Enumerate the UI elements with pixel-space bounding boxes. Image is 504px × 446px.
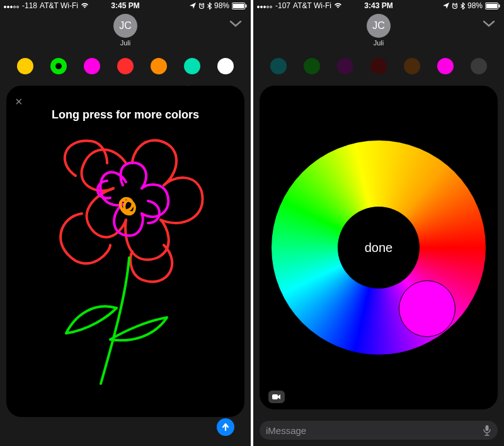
color-swatch-teal[interactable]	[184, 58, 200, 74]
svg-rect-9	[486, 425, 489, 431]
send-button[interactable]	[217, 418, 234, 436]
color-swatch-white[interactable]	[217, 58, 234, 74]
avatar-initials: JC	[119, 20, 132, 31]
contact-name: Juli	[0, 39, 251, 47]
status-time: 3:45 PM	[0, 1, 251, 10]
contact-name: Juli	[253, 39, 504, 47]
color-swatch-magenta[interactable]	[437, 58, 454, 74]
left-screen: -118 AT&T Wi-Fi 3:45 PM 98% JC	[0, 0, 251, 446]
color-swatch-teal-dim[interactable]	[270, 58, 287, 74]
color-swatch-orange-dim[interactable]	[404, 58, 420, 74]
color-swatch-orange[interactable]	[151, 58, 167, 74]
color-palette	[253, 53, 504, 83]
color-swatch-red[interactable]	[117, 58, 134, 74]
color-swatch-magenta-dim[interactable]	[337, 58, 353, 74]
color-wheel[interactable]: done	[272, 140, 486, 355]
status-time: 3:43 PM	[253, 1, 504, 10]
color-swatch-green[interactable]	[50, 58, 67, 74]
color-palette	[0, 53, 251, 83]
avatar-initials: JC	[372, 20, 385, 31]
arrow-up-icon	[221, 423, 230, 432]
color-swatch-gray-dim[interactable]	[471, 58, 487, 74]
color-swatch-magenta[interactable]	[84, 58, 100, 74]
video-camera-icon	[272, 394, 281, 400]
color-swatch-yellow[interactable]	[17, 58, 33, 74]
message-placeholder: iMessage	[266, 425, 306, 436]
svg-rect-8	[272, 394, 278, 399]
status-bar: -118 AT&T Wi-Fi 3:45 PM 98%	[0, 0, 251, 11]
camera-button[interactable]	[268, 391, 285, 403]
chat-header: JC Juli	[0, 11, 251, 53]
drawing-canvas[interactable]: × Long press for more colors	[6, 86, 244, 417]
color-swatch-green-dim[interactable]	[304, 58, 320, 74]
avatar[interactable]: JC	[367, 14, 391, 38]
message-input[interactable]: iMessage	[260, 421, 498, 440]
color-picker-handle[interactable]	[399, 280, 455, 337]
done-label: done	[365, 241, 393, 255]
color-picker-canvas[interactable]: done	[260, 86, 498, 409]
mic-icon[interactable]	[483, 425, 491, 436]
message-input-row: iMessage	[253, 416, 504, 446]
chevron-down-icon[interactable]	[483, 20, 495, 28]
chat-header: JC Juli	[253, 11, 504, 53]
color-swatch-red-dim[interactable]	[370, 58, 387, 74]
status-bar: -107 AT&T Wi-Fi 3:43 PM 98%	[253, 0, 504, 11]
right-screen: -107 AT&T Wi-Fi 3:43 PM 98% JC	[253, 0, 504, 446]
avatar[interactable]: JC	[113, 14, 137, 38]
flower-drawing	[6, 86, 244, 417]
chevron-down-icon[interactable]	[229, 20, 242, 28]
done-button[interactable]: done	[338, 207, 420, 289]
